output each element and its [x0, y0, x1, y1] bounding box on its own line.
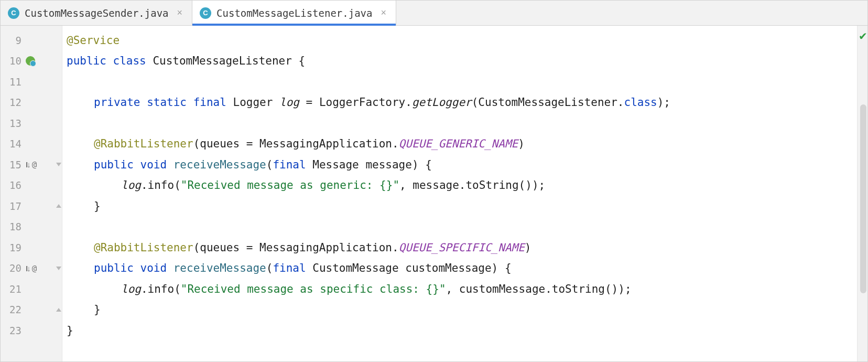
editor-body: 9 10 11 12 13 14 15 I↓@ 16 17 18 19 20 [1, 26, 867, 361]
line-number: 10 [1, 55, 21, 67]
editor-container: C CustomMessageSender.java × C CustomMes… [0, 0, 868, 362]
code-area[interactable]: @Service public class CustomMessageListe… [62, 26, 857, 361]
line-number: 13 [1, 118, 21, 129]
annotation-icon[interactable]: @ [32, 159, 37, 169]
gutter: 9 10 11 12 13 14 15 I↓@ 16 17 18 19 20 [1, 26, 62, 361]
line-number: 21 [1, 283, 21, 295]
code-line: @RabbitListener(queues = MessagingApplic… [67, 237, 857, 258]
tab-custom-message-sender[interactable]: C CustomMessageSender.java × [1, 1, 192, 25]
tab-custom-message-listener[interactable]: C CustomMessageListener.java × [192, 1, 396, 25]
line-number: 20 [1, 262, 21, 274]
fold-end-icon[interactable] [56, 204, 61, 208]
code-line [67, 113, 857, 134]
line-number: 15 [1, 159, 21, 171]
code-line [67, 217, 857, 238]
code-line: public void receiveMessage(final Message… [67, 154, 857, 175]
class-file-icon: C [8, 7, 19, 19]
line-number: 11 [1, 76, 21, 88]
scrollbar-thumb[interactable] [860, 104, 866, 293]
class-file-icon: C [200, 7, 211, 19]
override-icon[interactable]: I↓ [26, 264, 30, 273]
line-number: 16 [1, 179, 21, 191]
line-number: 12 [1, 97, 21, 108]
tab-label: CustomMessageSender.java [25, 7, 169, 19]
line-number: 19 [1, 242, 21, 253]
override-icon[interactable]: I↓ [26, 160, 30, 169]
code-line: } [67, 320, 857, 341]
code-line: } [67, 196, 857, 217]
code-line [67, 71, 857, 92]
code-line: public class CustomMessageListener { [67, 51, 857, 72]
annotation-icon[interactable]: @ [32, 263, 37, 273]
tab-label: CustomMessageListener.java [216, 7, 372, 19]
line-number: 22 [1, 304, 21, 315]
fold-icon[interactable] [56, 163, 61, 166]
code-line: private static final Logger log = Logger… [67, 92, 857, 113]
close-icon[interactable]: × [377, 7, 386, 18]
line-number: 17 [1, 200, 21, 212]
code-line: @Service [67, 30, 857, 51]
analysis-ok-icon[interactable]: ✔ [859, 30, 867, 42]
code-line: public void receiveMessage(final CustomM… [67, 258, 857, 279]
code-line: log.info("Received message as specific c… [67, 279, 857, 300]
code-line: @RabbitListener(queues = MessagingApplic… [67, 134, 857, 155]
close-icon[interactable]: × [174, 7, 183, 18]
code-line: } [67, 300, 857, 321]
code-line: log.info("Received message as generic: {… [67, 175, 857, 196]
fold-icon[interactable] [56, 267, 61, 270]
line-number: 23 [1, 325, 21, 336]
fold-end-icon[interactable] [56, 308, 61, 312]
right-rail: ✔ [857, 26, 867, 361]
spring-bean-icon[interactable] [26, 56, 35, 66]
line-number: 18 [1, 221, 21, 232]
line-number: 9 [1, 35, 21, 46]
line-number: 14 [1, 138, 21, 150]
tabs-bar: C CustomMessageSender.java × C CustomMes… [1, 1, 867, 26]
